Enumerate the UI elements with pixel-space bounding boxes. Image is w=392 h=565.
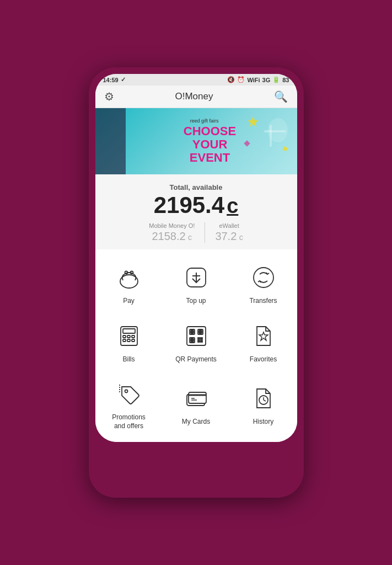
app-bar: ⚙ O!Money 🔍 bbox=[95, 86, 297, 108]
banner-decoration bbox=[242, 114, 292, 163]
svg-point-33 bbox=[125, 390, 127, 393]
balance-sub-row: Mobile Money O! 2158.2 c eWallet 37.2 c bbox=[102, 222, 291, 243]
topup-icon bbox=[181, 263, 211, 292]
qr-icon bbox=[181, 321, 211, 351]
mobile-money-label: Mobile Money O! bbox=[149, 222, 195, 229]
svg-rect-29 bbox=[201, 338, 202, 339]
app-title: O!Money bbox=[175, 91, 213, 102]
qr-label: QR Payments bbox=[175, 355, 217, 364]
banner-headline: CHOOSE YOUR EVENT bbox=[184, 125, 236, 165]
menu-item-qr[interactable]: QR Payments bbox=[163, 312, 230, 371]
balance-total-currency: c bbox=[227, 195, 238, 218]
signal-icon: 3G bbox=[262, 77, 271, 83]
svg-point-12 bbox=[254, 268, 273, 287]
menu-grid: Pay Top up bbox=[95, 249, 297, 441]
menu-item-pay[interactable]: Pay bbox=[95, 254, 163, 312]
promo-banner[interactable]: reed gift fairs CHOOSE YOUR EVENT bbox=[95, 108, 297, 174]
svg-point-8 bbox=[130, 271, 133, 274]
menu-item-history[interactable]: History bbox=[230, 370, 297, 437]
svg-marker-3 bbox=[248, 116, 259, 127]
settings-icon[interactable]: ⚙ bbox=[104, 90, 114, 103]
battery-level: 83 bbox=[282, 77, 289, 83]
menu-item-promotions[interactable]: Promotions and offers bbox=[95, 370, 163, 437]
svg-rect-25 bbox=[199, 331, 202, 333]
balance-label: Totall, available bbox=[102, 183, 291, 191]
svg-rect-16 bbox=[127, 335, 130, 338]
status-bar: 14:59 ✓ 🔇 ⏰ WiFi 3G 🔋 83 bbox=[95, 74, 297, 86]
menu-item-favorites[interactable]: Favorites bbox=[230, 312, 297, 371]
menu-item-topup[interactable]: Top up bbox=[163, 254, 230, 312]
svg-rect-15 bbox=[123, 335, 126, 338]
banner-dark-overlay bbox=[95, 108, 126, 174]
balance-total-amount: 2195.4 bbox=[154, 193, 224, 218]
history-icon bbox=[249, 383, 278, 413]
ewallet-label: eWallet bbox=[215, 222, 243, 229]
svg-rect-4 bbox=[244, 140, 250, 146]
svg-rect-5 bbox=[282, 146, 288, 152]
bills-icon bbox=[114, 321, 144, 351]
mycards-icon bbox=[181, 383, 211, 413]
svg-rect-18 bbox=[123, 339, 126, 342]
svg-rect-17 bbox=[132, 335, 135, 338]
promotions-label: Promotions and offers bbox=[112, 413, 146, 430]
wifi-icon: WiFi bbox=[247, 77, 260, 83]
balance-total: 2195.4 c bbox=[102, 193, 291, 218]
svg-rect-2 bbox=[264, 130, 286, 132]
favorites-label: Favorites bbox=[250, 355, 277, 364]
search-icon[interactable]: 🔍 bbox=[274, 90, 288, 103]
battery-icon: 🔋 bbox=[272, 76, 280, 83]
svg-marker-32 bbox=[259, 332, 268, 340]
mobile-money-value: 2158.2 c bbox=[149, 230, 195, 243]
menu-item-mycards[interactable]: My Cards bbox=[163, 370, 230, 437]
svg-line-41 bbox=[264, 400, 266, 401]
balance-section: Totall, available 2195.4 c Mobile Money … bbox=[95, 174, 297, 249]
menu-item-bills[interactable]: Bills bbox=[95, 312, 163, 371]
mycards-label: My Cards bbox=[182, 418, 210, 427]
svg-rect-19 bbox=[127, 339, 130, 342]
status-time: 14:59 bbox=[103, 77, 119, 83]
svg-rect-31 bbox=[201, 340, 202, 342]
clock-icon: ⏰ bbox=[237, 76, 245, 83]
svg-point-7 bbox=[125, 271, 127, 274]
favorites-icon bbox=[249, 321, 278, 351]
status-check-icon: ✓ bbox=[121, 76, 126, 83]
pay-icon bbox=[114, 263, 144, 292]
transfers-label: Transfers bbox=[249, 297, 277, 306]
menu-item-transfers[interactable]: Transfers bbox=[230, 254, 297, 312]
mute-icon: 🔇 bbox=[227, 76, 235, 83]
svg-rect-28 bbox=[198, 338, 200, 339]
history-label: History bbox=[253, 418, 273, 427]
svg-rect-27 bbox=[191, 339, 194, 342]
phone-screen: 14:59 ✓ 🔇 ⏰ WiFi 3G 🔋 83 ⚙ O!Money 🔍 ree… bbox=[95, 74, 297, 442]
svg-rect-20 bbox=[132, 339, 135, 342]
transfers-icon bbox=[249, 263, 278, 292]
svg-rect-35 bbox=[189, 392, 206, 403]
topup-label: Top up bbox=[186, 297, 206, 306]
svg-rect-23 bbox=[191, 331, 194, 333]
svg-rect-1 bbox=[270, 125, 272, 147]
ewallet-value: 37.2 c bbox=[215, 230, 243, 243]
svg-rect-30 bbox=[198, 340, 200, 342]
ewallet-section: eWallet 37.2 c bbox=[205, 222, 253, 243]
phone-frame: 14:59 ✓ 🔇 ⏰ WiFi 3G 🔋 83 ⚙ O!Money 🔍 ree… bbox=[89, 67, 304, 498]
mobile-money-section: Mobile Money O! 2158.2 c bbox=[139, 222, 205, 243]
bills-label: Bills bbox=[122, 355, 135, 364]
pay-label: Pay bbox=[123, 297, 135, 306]
promotions-icon bbox=[114, 379, 144, 409]
svg-rect-14 bbox=[123, 329, 135, 333]
banner-brand: reed gift fairs bbox=[173, 118, 236, 124]
